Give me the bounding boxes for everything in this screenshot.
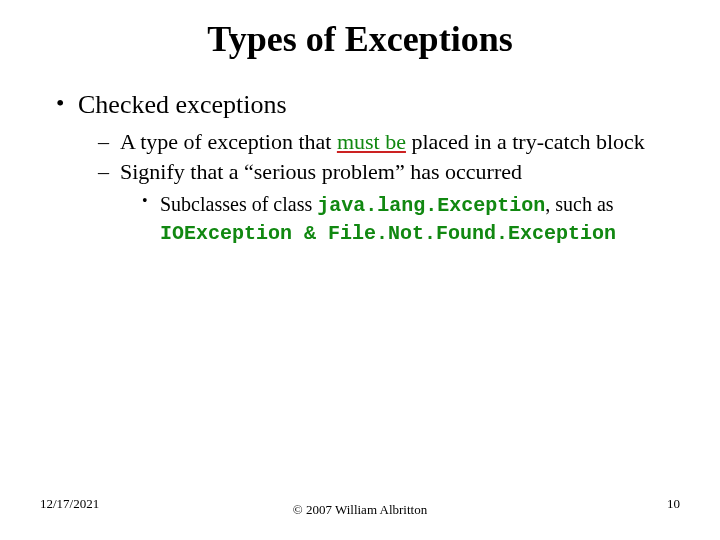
bullet-item-subclasses: Subclasses of class java.lang.Exception,… bbox=[142, 191, 680, 247]
bullet-item-signify: Signify that a “serious problem” has occ… bbox=[98, 158, 680, 248]
bullet-item-must-be: A type of exception that must be placed … bbox=[98, 128, 680, 156]
code-filenotfound: File.Not.Found.Exception bbox=[328, 222, 616, 245]
footer-page-number: 10 bbox=[667, 496, 680, 512]
emphasis-must-be: must be bbox=[337, 129, 406, 154]
footer-copyright: © 2007 William Albritton bbox=[0, 502, 720, 518]
text-fragment: Subclasses of class bbox=[160, 193, 317, 215]
text-fragment: , such as bbox=[545, 193, 613, 215]
code-ioexception: IOException bbox=[160, 222, 292, 245]
bullet-item-checked-exceptions: Checked exceptions A type of exception t… bbox=[50, 90, 680, 247]
slide: Types of Exceptions Checked exceptions A… bbox=[0, 0, 720, 540]
text-fragment: Signify that a “serious problem” has occ… bbox=[120, 159, 522, 184]
bullet-list-level1: Checked exceptions A type of exception t… bbox=[40, 90, 680, 247]
text-ampersand: & bbox=[292, 222, 328, 245]
slide-title: Types of Exceptions bbox=[40, 18, 680, 60]
bullet-list-level2: A type of exception that must be placed … bbox=[78, 128, 680, 247]
code-java-lang-exception: java.lang.Exception bbox=[317, 194, 545, 217]
text-fragment: A type of exception that bbox=[120, 129, 337, 154]
text-fragment: placed in a try-catch block bbox=[406, 129, 645, 154]
bullet-label: Checked exceptions bbox=[78, 90, 287, 119]
bullet-list-level3: Subclasses of class java.lang.Exception,… bbox=[120, 191, 680, 247]
